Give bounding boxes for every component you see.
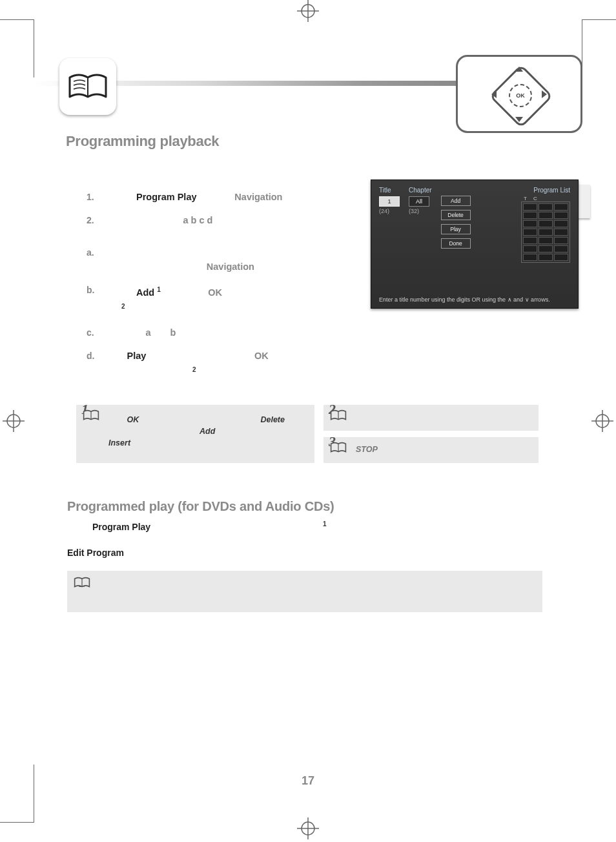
osd-play-button: Play: [441, 224, 471, 234]
kw-play: Play: [127, 351, 147, 361]
registration-mark-top: [297, 0, 319, 22]
registration-mark-left: [3, 410, 25, 432]
osd-title-value: 1: [379, 196, 400, 207]
step-num-d: d.: [87, 349, 115, 380]
tip-note-3: 3. STOP xxxxxxxxxxxxxxxxxxxxxxxxxxxxxxxx: [323, 437, 539, 463]
section2-title: Programmed play (for DVDs and Audio CDs): [67, 499, 582, 514]
kw-d-sup2: 2: [192, 366, 196, 373]
kw-navigation-2: Navigation: [207, 262, 254, 272]
section2-body: xxxxx Program Play xxxxxxxxxxxxxxxxxxxxx…: [67, 518, 519, 559]
osd-footer-note: Enter a title number using the digits OR…: [379, 296, 570, 303]
step-num-b: b.: [87, 283, 115, 316]
osd-title-count: (24): [379, 208, 400, 214]
osd-program-list-label: Program List: [521, 187, 570, 194]
step-num-c: c.: [87, 325, 115, 340]
tip1-add: Add: [200, 427, 215, 436]
kw-ok-b: OK: [208, 287, 222, 298]
osd-program-list-head: T C: [521, 196, 570, 201]
kw-add-sup: 1: [157, 286, 161, 293]
kw-program-play-2: Program Play: [92, 522, 150, 532]
kw-navigation-1: Navigation: [234, 192, 282, 202]
tip-note-2: 2. xxxxxxxxxxxxxxxxxxxxxxxxxxxxxxxxxxxxx…: [323, 405, 539, 431]
osd-title-label: Title: [379, 187, 400, 194]
remote-ok-dpad-icon: OK: [456, 55, 582, 133]
registration-mark-right: [591, 410, 613, 432]
kw-c-b: b: [170, 327, 176, 338]
sec2-sup: 1: [323, 520, 327, 528]
tip1-delete: Delete: [260, 415, 285, 424]
kw-abcd: a b c d: [183, 215, 213, 225]
tip-note-wide: 1. xxxxxxxxxxxxxxxxxxxxxxxxxxxxxxxxxxxxx…: [67, 571, 542, 612]
kw-program-play: Program Play: [136, 192, 197, 202]
osd-chapter-count: (32): [409, 208, 432, 214]
step-num-a: a.: [87, 245, 115, 274]
note-book-icon: [83, 409, 99, 422]
step-num-2: 2.: [87, 213, 115, 227]
manual-book-icon: [59, 58, 116, 115]
osd-program-list-grid: [521, 201, 570, 263]
osd-add-button: Add: [441, 196, 471, 206]
kw-ok-d: OK: [254, 351, 269, 361]
osd-chapter-label: Chapter: [409, 187, 432, 194]
osd-chapter-value: All: [409, 196, 429, 207]
tip3-stop: STOP: [356, 445, 378, 454]
kw-b-sup2: 2: [121, 303, 125, 310]
tip1-insert: Insert: [108, 438, 130, 447]
onscreen-program-menu: Title 1 (24) Chapter All (32) Add Delete…: [371, 180, 579, 309]
section-title: Programming playback: [66, 133, 582, 150]
osd-delete-button: Delete: [441, 210, 471, 220]
kw-c-a: a: [146, 327, 151, 338]
kw-add: Add: [136, 287, 154, 298]
step-num-1: 1.: [87, 190, 115, 204]
osd-done-button: Done: [441, 238, 471, 249]
tip-note-1: 1. xxxx OK xxxxxxxxxxxxxxxxxxxxxxxxxxxxx…: [76, 405, 314, 463]
page-number: 17: [34, 774, 582, 788]
tip1-ok: OK: [127, 415, 139, 424]
kw-edit-program: Edit Program: [67, 548, 124, 558]
ok-pad-center: OK: [509, 84, 532, 107]
